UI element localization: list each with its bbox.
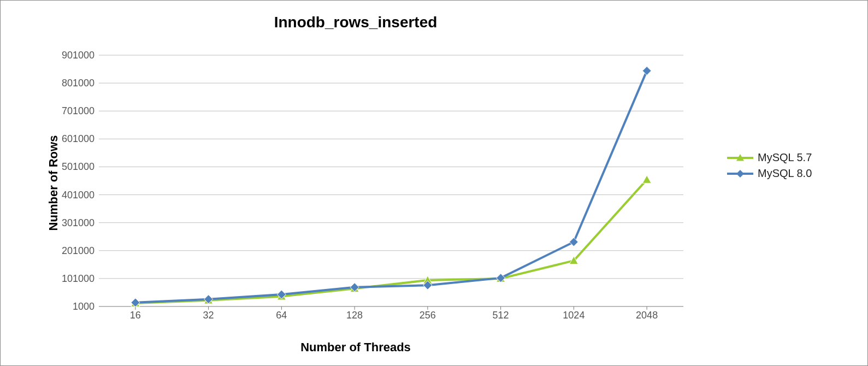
chart-title: Innodb_rows_inserted <box>1 14 711 31</box>
legend-swatch <box>727 152 753 163</box>
y-tick-label: 901000 <box>62 50 95 61</box>
chart-frame: Innodb_rows_inserted Number of Rows Numb… <box>0 0 868 366</box>
legend: MySQL 5.7MySQL 8.0 <box>727 148 812 183</box>
x-tick-label: 512 <box>493 310 509 321</box>
data-marker <box>642 67 651 75</box>
plot-svg <box>99 55 683 306</box>
legend-item: MySQL 8.0 <box>727 167 812 180</box>
y-axis-label: Number of Rows <box>46 135 61 231</box>
legend-item: MySQL 5.7 <box>727 151 812 164</box>
x-tick-label: 256 <box>420 310 436 321</box>
y-tick-label: 101000 <box>62 273 95 284</box>
x-tick-label: 128 <box>346 310 363 321</box>
x-tick-label: 64 <box>276 310 287 321</box>
y-tick-label: 401000 <box>62 189 95 200</box>
y-tick-label: 1000 <box>73 301 95 312</box>
plot-area: 1000101000201000301000401000501000601000… <box>99 55 683 306</box>
series-line <box>135 71 647 303</box>
y-tick-label: 601000 <box>62 133 95 145</box>
x-tick-label: 32 <box>203 310 214 321</box>
x-tick-label: 1024 <box>563 310 584 321</box>
y-tick-label: 801000 <box>62 78 95 89</box>
y-tick-label: 501000 <box>62 161 95 173</box>
y-tick-label: 701000 <box>62 105 95 117</box>
x-tick-label: 2048 <box>636 310 658 321</box>
x-tick-label: 16 <box>130 310 141 321</box>
y-tick-label: 301000 <box>62 217 95 228</box>
data-marker <box>569 238 578 246</box>
legend-swatch <box>727 168 753 179</box>
legend-label: MySQL 5.7 <box>758 151 812 164</box>
data-marker <box>642 175 651 183</box>
y-tick-label: 201000 <box>62 245 95 256</box>
x-axis-label: Number of Threads <box>1 340 711 355</box>
legend-label: MySQL 8.0 <box>758 167 812 180</box>
